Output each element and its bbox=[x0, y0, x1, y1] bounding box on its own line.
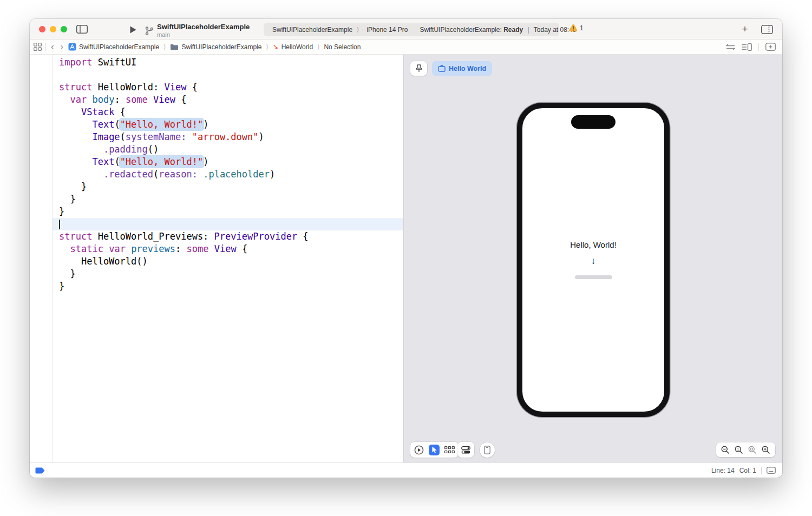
code-line[interactable]: struct HelloWorld_Previews: PreviewProvi… bbox=[53, 230, 403, 243]
code-line[interactable]: } bbox=[53, 181, 403, 193]
line-indicator: Line: 14 bbox=[711, 467, 735, 474]
code-line[interactable]: Image(systemName: "arrow.down") bbox=[53, 131, 403, 143]
close-window-button[interactable] bbox=[39, 26, 45, 32]
preview-hello-text: Hello, World! bbox=[570, 240, 617, 249]
zoom-to-fit-button[interactable] bbox=[748, 446, 757, 454]
sidebar-icon bbox=[76, 25, 88, 34]
code-token: View bbox=[153, 94, 175, 105]
code-line[interactable]: } bbox=[53, 268, 403, 280]
code-line[interactable]: } bbox=[53, 193, 403, 206]
device-bezel-icon bbox=[484, 446, 490, 454]
preview-tab-hello-world[interactable]: Hello World bbox=[432, 61, 492, 76]
preview-tab-label: Hello World bbox=[449, 65, 486, 72]
activity-status[interactable]: SwiftUIPlaceholderExample: Ready | Today… bbox=[420, 26, 576, 34]
zoom-100-button[interactable]: 1 bbox=[735, 446, 743, 454]
code-token: static bbox=[70, 243, 103, 254]
window-title-group: SwiftUIPlaceholderExample main bbox=[145, 23, 250, 38]
code-token: ) bbox=[203, 156, 208, 167]
breadcrumb-label: SwiftUIPlaceholderExample bbox=[79, 43, 159, 51]
code-line[interactable]: VStack { bbox=[53, 106, 403, 118]
code-line[interactable]: Text("Hello, World!") bbox=[53, 118, 403, 131]
run-button[interactable] bbox=[127, 25, 139, 34]
variants-mode-button[interactable] bbox=[444, 446, 455, 453]
code-token: : bbox=[114, 94, 125, 105]
code-token: Image bbox=[92, 131, 120, 142]
code-token: ( bbox=[114, 156, 120, 167]
pin-preview-button[interactable] bbox=[410, 61, 427, 76]
preview-screen-content: Hello, World! ↓ bbox=[522, 240, 664, 279]
code-line[interactable]: import SwiftUI bbox=[53, 56, 403, 69]
preview-on-device-button[interactable] bbox=[480, 442, 495, 458]
code-review-icon[interactable] bbox=[726, 44, 735, 50]
code-token: systemName: bbox=[126, 131, 187, 142]
add-editor-icon[interactable] bbox=[765, 43, 776, 51]
code-token: } bbox=[59, 206, 64, 217]
code-token: View bbox=[164, 82, 186, 92]
breadcrumb-item-group[interactable]: SwiftUIPlaceholderExample bbox=[170, 43, 261, 51]
breakpoint-pill-icon[interactable] bbox=[35, 467, 45, 474]
code-token: HelloWorld_Previews: bbox=[92, 231, 214, 242]
code-token: { bbox=[237, 243, 247, 254]
breadcrumb-item-project[interactable]: SwiftUIPlaceholderExample bbox=[68, 43, 159, 51]
svg-text:1: 1 bbox=[737, 447, 739, 451]
code-token bbox=[59, 144, 103, 155]
editor-layout-icon bbox=[761, 25, 773, 34]
status-pipe: | bbox=[528, 26, 529, 34]
git-branch-icon bbox=[145, 26, 154, 36]
code-token: () bbox=[148, 144, 159, 155]
code-line[interactable]: } bbox=[53, 206, 403, 218]
adjust-editor-options-icon[interactable] bbox=[742, 43, 752, 51]
code-line[interactable]: var body: some View { bbox=[53, 94, 403, 106]
breadcrumb-item-file[interactable]: ➘ HelloWorld bbox=[273, 43, 313, 51]
navigator-sidebar-toggle-button[interactable] bbox=[75, 24, 89, 35]
zoom-in-button[interactable] bbox=[762, 446, 770, 454]
zoom-out-button[interactable] bbox=[721, 446, 730, 454]
code-line[interactable]: } bbox=[53, 280, 403, 293]
play-icon bbox=[129, 25, 137, 34]
code-line[interactable]: HelloWorld() bbox=[53, 255, 403, 268]
new-tab-button[interactable]: + bbox=[739, 23, 751, 35]
code-token: struct bbox=[59, 231, 92, 242]
warning-icon bbox=[569, 24, 578, 32]
related-items-button[interactable] bbox=[34, 43, 42, 51]
code-area[interactable]: import SwiftUIstruct HelloWorld: View { … bbox=[53, 55, 403, 462]
focus-mode-icon[interactable] bbox=[767, 467, 776, 474]
code-token: reason: bbox=[159, 169, 198, 180]
code-token: some bbox=[126, 94, 148, 105]
zoom-window-button[interactable] bbox=[61, 26, 67, 32]
code-token bbox=[87, 94, 92, 105]
code-editor[interactable]: import SwiftUIstruct HelloWorld: View { … bbox=[30, 55, 403, 462]
code-token bbox=[208, 243, 214, 254]
code-line[interactable]: struct HelloWorld: View { bbox=[53, 81, 403, 94]
redacted-placeholder-bar bbox=[575, 275, 612, 279]
editor-layout-button[interactable] bbox=[760, 24, 774, 35]
warning-badge[interactable]: 1 bbox=[569, 24, 584, 32]
code-token: ) bbox=[203, 119, 208, 130]
code-line[interactable]: Text("Hello, World!") bbox=[53, 156, 403, 168]
arrow-down-glyph: ↓ bbox=[591, 256, 596, 267]
jump-bar: ‹ › SwiftUIPlaceholderExample ⟩ SwiftUIP… bbox=[30, 39, 782, 55]
breadcrumb-item-selection[interactable]: No Selection bbox=[324, 43, 361, 51]
code-token: "arrow.down" bbox=[192, 131, 259, 142]
select-mode-button[interactable] bbox=[429, 445, 440, 455]
toggles-icon bbox=[461, 446, 470, 454]
run-destination-selector[interactable]: iPhone 14 Pro bbox=[366, 26, 408, 34]
scheme-selector[interactable]: SwiftUIPlaceholderExample bbox=[272, 26, 352, 34]
code-line[interactable]: .padding() bbox=[53, 143, 403, 156]
minimize-window-button[interactable] bbox=[50, 26, 56, 32]
code-token: : bbox=[175, 243, 186, 254]
code-line[interactable]: static var previews: some View { bbox=[53, 243, 403, 255]
back-button[interactable]: ‹ bbox=[50, 41, 55, 52]
code-line[interactable] bbox=[53, 218, 403, 230]
device-settings-button[interactable] bbox=[457, 442, 474, 458]
app-icon bbox=[68, 43, 76, 51]
breadcrumb-label: No Selection bbox=[324, 43, 361, 51]
code-line[interactable] bbox=[53, 69, 403, 81]
code-token bbox=[186, 131, 192, 142]
live-preview-mode-button[interactable] bbox=[414, 445, 424, 455]
forward-button[interactable]: › bbox=[59, 41, 64, 52]
warning-count: 1 bbox=[580, 24, 584, 32]
code-token: ( bbox=[114, 119, 120, 130]
code-token: } bbox=[59, 281, 64, 292]
code-line[interactable]: .redacted(reason: .placeholder) bbox=[53, 168, 403, 181]
